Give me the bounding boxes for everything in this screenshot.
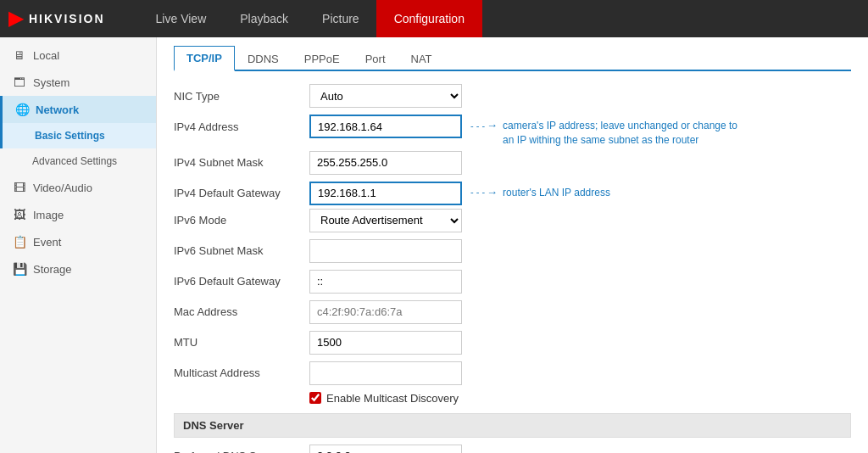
nav-picture[interactable]: Picture [305, 0, 376, 37]
ipv6-mode-select[interactable]: Route Advertisement [309, 209, 462, 232]
ipv4-address-label: IPv4 Address [174, 120, 309, 133]
multicast-label: Multicast Address [174, 366, 309, 379]
ipv6-gateway-label: IPv6 Default Gateway [174, 275, 309, 288]
nic-type-label: NIC Type [174, 90, 309, 103]
main-content: TCP/IP DDNS PPPoE Port NAT NIC Type Auto… [157, 37, 868, 453]
ipv4-gateway-annotation-text: router's LAN IP address [503, 186, 610, 200]
tab-ddns[interactable]: DDNS [235, 47, 292, 71]
arrow-line-ip: - - - → [470, 119, 498, 131]
logo-text: HIKVISION [29, 12, 105, 25]
image-icon: 🖼 [13, 208, 26, 221]
ipv6-subnet-label: IPv6 Subnet Mask [174, 244, 309, 257]
preferred-dns-row: Preferred DNS Server [174, 445, 851, 453]
sidebar-label-video-audio: Video/Audio [33, 182, 92, 194]
sidebar-label-image: Image [33, 209, 64, 221]
ipv4-subnet-input[interactable] [309, 151, 462, 175]
arrow-line-gw: - - - → [470, 186, 498, 199]
sidebar-item-storage[interactable]: 💾 Storage [0, 255, 156, 282]
nic-type-select[interactable]: Auto [309, 84, 462, 108]
main-layout: 🖥 Local 🗔 System 🌐 Network Basic Setting… [0, 37, 868, 453]
logo: ▶ HIKVISION [8, 8, 105, 30]
mac-address-label: Mac Address [174, 305, 309, 318]
storage-icon: 💾 [13, 262, 26, 276]
ipv4-gateway-row: IPv4 Default Gateway [174, 182, 462, 205]
local-icon: 🖥 [13, 48, 26, 62]
dns-section-header: DNS Server [174, 413, 851, 438]
ipv4-subnet-row: IPv4 Subnet Mask [174, 151, 851, 175]
sidebar-label-advanced-settings: Advanced Settings [32, 155, 117, 167]
sidebar-item-image[interactable]: 🖼 Image [0, 201, 156, 228]
sidebar-label-network: Network [36, 103, 79, 116]
ipv6-subnet-row: IPv6 Subnet Mask [174, 239, 851, 263]
sidebar-item-advanced-settings[interactable]: Advanced Settings [0, 148, 156, 174]
multicast-discovery-label: Enable Multicast Discovery [326, 392, 459, 405]
preferred-dns-label: Preferred DNS Server [174, 450, 309, 453]
event-icon: 📋 [13, 235, 26, 249]
nav-items: Live View Playback Picture Configuration [139, 0, 482, 37]
sidebar-item-local[interactable]: 🖥 Local [0, 42, 156, 69]
ipv4-annotation-text: camera's IP address; leave unchanged or … [503, 119, 740, 148]
ipv4-address-row: IPv4 Address [174, 115, 462, 138]
mac-address-input[interactable] [309, 300, 462, 324]
mtu-row: MTU [174, 331, 851, 355]
multicast-row: Multicast Address [174, 361, 851, 385]
multicast-discovery-row: Enable Multicast Discovery [309, 392, 851, 405]
video-audio-icon: 🎞 [13, 181, 26, 194]
ipv6-mode-row: IPv6 Mode Route Advertisement [174, 209, 851, 232]
tab-tcpip[interactable]: TCP/IP [174, 46, 235, 71]
ipv6-gateway-input[interactable] [309, 270, 462, 294]
sidebar-item-event[interactable]: 📋 Event [0, 228, 156, 255]
mtu-input[interactable] [309, 331, 462, 355]
mac-address-row: Mac Address [174, 300, 851, 324]
ipv4-address-row-outer: IPv4 Address - - - → camera's IP address… [174, 115, 851, 148]
logo-icon: ▶ [8, 8, 24, 30]
system-icon: 🗔 [13, 76, 26, 89]
ipv6-subnet-input[interactable] [309, 239, 462, 263]
ipv4-subnet-label: IPv4 Subnet Mask [174, 156, 309, 169]
sidebar-item-basic-settings[interactable]: Basic Settings [0, 123, 156, 148]
sidebar-label-basic-settings: Basic Settings [35, 130, 105, 142]
nav-playback[interactable]: Playback [223, 0, 305, 37]
sidebar-label-local: Local [33, 49, 59, 62]
sidebar-label-storage: Storage [33, 263, 72, 276]
ipv4-address-annotation: - - - → camera's IP address; leave uncha… [470, 119, 740, 148]
network-icon: 🌐 [15, 103, 29, 116]
tab-port[interactable]: Port [353, 47, 398, 71]
multicast-discovery-checkbox[interactable] [309, 392, 321, 404]
preferred-dns-input[interactable] [309, 445, 462, 453]
sidebar: 🖥 Local 🗔 System 🌐 Network Basic Setting… [0, 37, 157, 453]
ipv4-gateway-row-outer: IPv4 Default Gateway - - - → router's LA… [174, 182, 851, 205]
nic-type-row: NIC Type Auto [174, 84, 851, 108]
sidebar-item-video-audio[interactable]: 🎞 Video/Audio [0, 174, 156, 201]
tabs: TCP/IP DDNS PPPoE Port NAT [174, 46, 851, 71]
sidebar-label-event: Event [33, 236, 61, 249]
ipv4-address-input[interactable] [309, 115, 462, 138]
nav-configuration[interactable]: Configuration [376, 0, 482, 37]
ipv6-gateway-row: IPv6 Default Gateway [174, 270, 851, 294]
sidebar-label-system: System [33, 76, 70, 89]
mtu-label: MTU [174, 336, 309, 349]
nav-live-view[interactable]: Live View [139, 0, 224, 37]
tab-pppoe[interactable]: PPPoE [292, 47, 353, 71]
ipv4-gateway-label: IPv4 Default Gateway [174, 187, 309, 199]
ipv6-mode-label: IPv6 Mode [174, 214, 309, 226]
sidebar-item-network[interactable]: 🌐 Network [0, 96, 156, 123]
ipv4-gateway-annotation: - - - → router's LAN IP address [470, 186, 610, 200]
ipv4-gateway-input[interactable] [309, 182, 462, 205]
tab-nat[interactable]: NAT [398, 47, 445, 71]
top-nav: ▶ HIKVISION Live View Playback Picture C… [0, 0, 868, 37]
multicast-input[interactable] [309, 361, 462, 385]
sidebar-item-system[interactable]: 🗔 System [0, 69, 156, 96]
